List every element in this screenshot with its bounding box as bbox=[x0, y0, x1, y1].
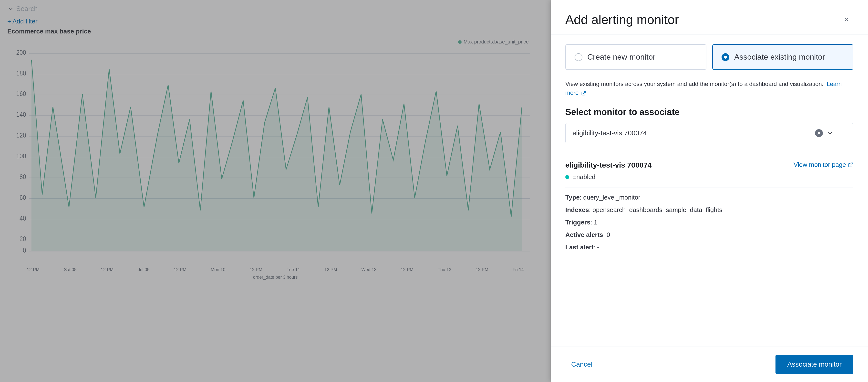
monitor-last-alert-row: Last alert: - bbox=[565, 243, 854, 251]
select-icons: × bbox=[815, 129, 834, 137]
description-text: View existing monitors across your syste… bbox=[565, 80, 854, 97]
view-monitor-page-link[interactable]: View monitor page bbox=[794, 161, 854, 169]
triggers-value: 1 bbox=[594, 218, 597, 226]
modal-footer: Cancel Associate monitor bbox=[551, 347, 868, 382]
create-new-monitor-label: Create new monitor bbox=[587, 53, 655, 62]
chevron-down-icon bbox=[827, 130, 834, 137]
monitor-triggers-row: Triggers: 1 bbox=[565, 218, 854, 226]
monitor-status-text: Enabled bbox=[572, 173, 595, 181]
close-button[interactable]: × bbox=[840, 13, 854, 26]
active-alerts-value: 0 bbox=[607, 231, 610, 238]
type-label: Type bbox=[565, 194, 580, 201]
monitor-select-field[interactable]: eligibility-test-vis 700074 × bbox=[565, 123, 854, 143]
indexes-label: Indexes bbox=[565, 206, 589, 213]
external-link-icon bbox=[581, 91, 586, 96]
last-alert-label: Last alert bbox=[565, 243, 594, 251]
section-title: Select monitor to associate bbox=[565, 107, 854, 117]
cancel-button[interactable]: Cancel bbox=[565, 357, 598, 372]
monitor-status: Enabled bbox=[565, 173, 854, 181]
associate-existing-monitor-label: Associate existing monitor bbox=[734, 53, 825, 62]
type-value: query_level_monitor bbox=[583, 194, 640, 201]
monitor-select-wrapper: eligibility-test-vis 700074 × bbox=[565, 123, 854, 143]
select-field-value: eligibility-test-vis 700074 bbox=[572, 129, 815, 137]
clear-select-icon[interactable]: × bbox=[815, 129, 823, 137]
monitor-active-alerts-row: Active alerts: 0 bbox=[565, 231, 854, 239]
associate-monitor-button[interactable]: Associate monitor bbox=[775, 355, 854, 374]
svg-line-23 bbox=[850, 163, 852, 165]
monitor-card-header: eligibility-test-vis 700074 View monitor… bbox=[565, 161, 854, 169]
monitor-indexes-row: Indexes: opensearch_dashboards_sample_da… bbox=[565, 206, 854, 214]
modal-header: Add alerting monitor × bbox=[551, 0, 868, 34]
associate-existing-monitor-option[interactable]: Associate existing monitor bbox=[712, 44, 854, 70]
modal-panel: Add alerting monitor × Create new monito… bbox=[551, 0, 868, 382]
monitor-name: eligibility-test-vis 700074 bbox=[565, 161, 652, 169]
modal-body: Create new monitor Associate existing mo… bbox=[551, 34, 868, 347]
monitor-details: Type: query_level_monitor Indexes: opens… bbox=[565, 194, 854, 251]
active-alerts-label: Active alerts bbox=[565, 231, 603, 238]
associate-existing-radio-circle bbox=[721, 53, 730, 61]
create-new-radio-circle bbox=[575, 53, 582, 61]
indexes-value: opensearch_dashboards_sample_data_flight… bbox=[592, 206, 722, 213]
create-new-monitor-option[interactable]: Create new monitor bbox=[565, 44, 706, 70]
monitor-detail-card: eligibility-test-vis 700074 View monitor… bbox=[565, 153, 854, 251]
external-link-icon bbox=[848, 162, 854, 168]
triggers-label: Triggers bbox=[565, 218, 590, 226]
modal-title: Add alerting monitor bbox=[565, 12, 679, 27]
svg-line-22 bbox=[583, 91, 586, 93]
status-enabled-dot bbox=[565, 175, 569, 179]
monitor-type-row: Type: query_level_monitor bbox=[565, 194, 854, 201]
monitor-divider bbox=[565, 187, 854, 188]
last-alert-value: - bbox=[597, 243, 599, 251]
radio-options-group: Create new monitor Associate existing mo… bbox=[565, 44, 854, 70]
